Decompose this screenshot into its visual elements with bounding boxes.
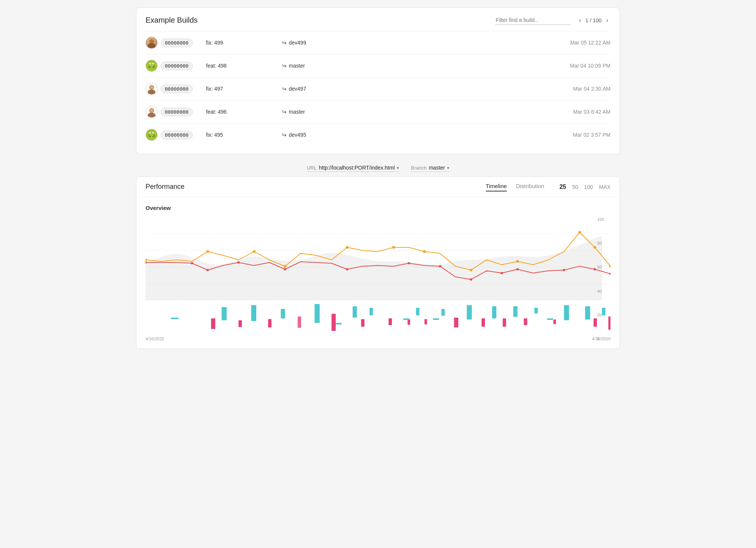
- svg-rect-93: [433, 318, 439, 320]
- branch-icon: ↵: [282, 85, 287, 93]
- svg-point-22: [152, 132, 154, 134]
- avatar: [146, 37, 158, 49]
- svg-rect-65: [416, 308, 420, 315]
- build-date-col: Mar 04 10:09 PM: [365, 63, 610, 69]
- y-axis-labels: 100 80 60 40 20 0: [597, 217, 610, 341]
- performance-section: Performance Timeline Distribution 25 50 …: [136, 176, 620, 349]
- build-label-col: feat: 498: [206, 63, 282, 69]
- svg-point-0: [149, 39, 154, 44]
- build-id-pill: 00000000: [161, 62, 193, 70]
- url-dropdown-arrow-icon: ▾: [397, 166, 399, 170]
- svg-rect-81: [407, 320, 410, 325]
- build-row[interactable]: 00000000 feat: 498 ↵ master Mar 04 10:09…: [146, 54, 610, 77]
- overview-title: Overview: [146, 205, 610, 211]
- perf-tabs: Timeline Distribution: [486, 183, 544, 191]
- perf-count-controls: 25 50 100 MAX: [559, 184, 610, 190]
- svg-rect-84: [482, 318, 485, 327]
- svg-point-2: [150, 39, 153, 43]
- svg-rect-59: [222, 307, 226, 320]
- build-label-col: fix: 499: [206, 40, 282, 46]
- filter-input[interactable]: [495, 15, 571, 25]
- svg-rect-67: [467, 305, 472, 320]
- url-control[interactable]: URL http://localhost:PORT/index.html ▾: [307, 165, 399, 172]
- build-branch-col: ↵ master: [282, 108, 365, 116]
- svg-point-38: [392, 246, 395, 249]
- svg-rect-11: [153, 66, 154, 68]
- svg-rect-87: [553, 320, 556, 324]
- build-id-col: 00000000: [146, 129, 206, 141]
- svg-rect-69: [513, 306, 517, 317]
- branch-name: master: [289, 63, 305, 69]
- svg-point-34: [206, 250, 209, 253]
- svg-point-56: [563, 269, 565, 271]
- build-id-col: 00000000: [146, 106, 206, 118]
- svg-rect-85: [503, 318, 506, 327]
- svg-point-47: [206, 269, 209, 271]
- pagination-next-button[interactable]: ›: [604, 16, 610, 25]
- svg-point-33: [146, 259, 147, 261]
- branch-dropdown-arrow-icon: ▾: [447, 166, 449, 170]
- branch-icon: ↵: [282, 62, 287, 69]
- tab-timeline[interactable]: Timeline: [486, 183, 507, 191]
- svg-rect-74: [211, 318, 215, 329]
- build-id-col: 00000000: [146, 83, 206, 95]
- svg-point-14: [150, 85, 153, 89]
- svg-point-54: [500, 272, 503, 274]
- build-date-col: Mar 03 6:42 AM: [365, 109, 610, 115]
- svg-point-51: [407, 262, 410, 264]
- svg-point-37: [345, 246, 349, 249]
- svg-rect-60: [251, 305, 256, 321]
- svg-rect-75: [239, 320, 242, 327]
- svg-rect-86: [524, 318, 527, 325]
- svg-point-16: [148, 113, 156, 118]
- branch-control[interactable]: Branch master ▾: [411, 165, 449, 172]
- svg-rect-63: [353, 306, 357, 318]
- svg-rect-83: [454, 318, 458, 327]
- svg-point-50: [346, 268, 349, 270]
- svg-rect-68: [492, 306, 496, 318]
- svg-line-23: [149, 130, 150, 131]
- main-container: Example Builds ‹ 1 / 100 ›: [136, 8, 620, 349]
- svg-point-17: [150, 108, 153, 112]
- svg-rect-70: [534, 308, 538, 313]
- build-label-col: fix: 497: [206, 86, 282, 92]
- build-branch-col: ↵ dev497: [282, 85, 365, 93]
- build-row[interactable]: 00000000 fix: 497 ↵ dev497 Mar 04 2:30 A…: [146, 77, 610, 100]
- url-label: URL: [307, 165, 317, 171]
- svg-rect-19: [148, 134, 150, 137]
- build-row[interactable]: 00000000 fix: 499 ↵ dev499 Mar 05 12:22 …: [146, 31, 610, 54]
- svg-rect-4: [148, 65, 150, 68]
- branch-name: dev499: [289, 40, 306, 46]
- build-branch-col: ↵ master: [282, 62, 365, 69]
- svg-point-57: [593, 268, 596, 270]
- build-date-col: Mar 02 3:57 PM: [365, 132, 610, 138]
- count-100[interactable]: 100: [584, 184, 593, 190]
- svg-rect-25: [149, 136, 150, 137]
- svg-rect-90: [171, 318, 178, 319]
- svg-rect-71: [564, 305, 569, 320]
- svg-point-55: [516, 268, 519, 270]
- tab-distribution[interactable]: Distribution: [516, 183, 544, 191]
- svg-rect-78: [332, 314, 336, 331]
- count-25[interactable]: 25: [559, 184, 566, 190]
- svg-point-49: [284, 268, 287, 270]
- svg-rect-66: [442, 309, 445, 316]
- svg-point-52: [439, 265, 442, 267]
- build-row[interactable]: 00000000 fix: 495 ↵ dev495 Mar 02 3:57 P…: [146, 123, 610, 146]
- build-row[interactable]: 00000000 feat: 496 ↵ master Mar 03 6:42 …: [146, 100, 610, 123]
- branch-icon: ↵: [282, 39, 287, 46]
- build-id-pill: 00000000: [161, 108, 193, 116]
- branch-icon: ↵: [282, 108, 287, 116]
- branch-label: Branch: [411, 165, 426, 171]
- performance-title: Performance: [146, 183, 184, 191]
- branch-name: master: [289, 109, 305, 115]
- pagination-prev-button[interactable]: ‹: [577, 16, 583, 25]
- x-axis-start-label: 4/16/2020: [146, 337, 164, 341]
- svg-point-6: [149, 63, 151, 65]
- svg-rect-20: [154, 134, 155, 137]
- svg-point-13: [148, 90, 156, 95]
- svg-rect-92: [403, 318, 409, 320]
- count-max[interactable]: MAX: [599, 184, 610, 190]
- count-50[interactable]: 50: [572, 184, 578, 190]
- svg-point-41: [516, 260, 519, 263]
